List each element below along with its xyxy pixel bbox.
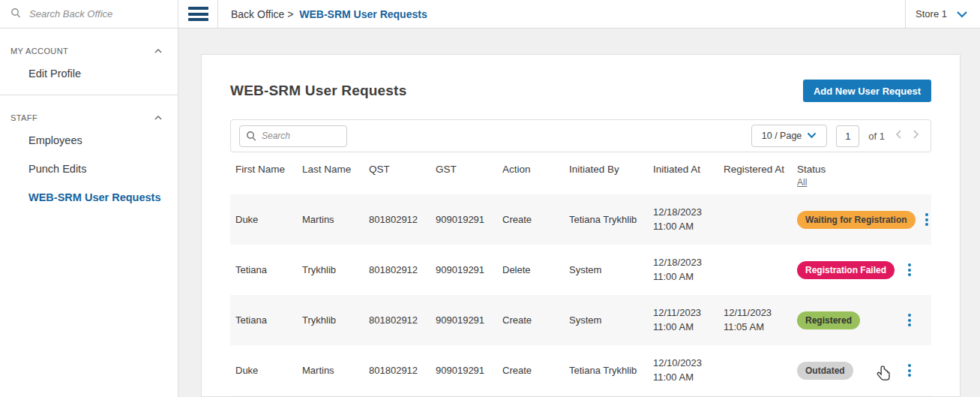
cell-last-name: Martins (297, 365, 364, 376)
store-selector[interactable]: Store 1 (896, 0, 980, 29)
search-icon (10, 8, 21, 21)
breadcrumb-root[interactable]: Back Office > (231, 8, 293, 20)
hamburger-menu-icon[interactable] (188, 7, 208, 21)
sidebar-item-web-srm-user-requests[interactable]: WEB-SRM User Requests (0, 183, 178, 212)
table-row: Duke Martins 801802912 909019291 Create … (230, 345, 931, 395)
next-page-icon[interactable] (913, 129, 919, 143)
cell-first-name: Tetiana (230, 264, 297, 275)
sidebar-section-my-account[interactable]: MY ACCOUNT (0, 43, 178, 59)
sidebar-section-staff[interactable]: STAFF (0, 110, 178, 126)
sidebar: MY ACCOUNT Edit Profile STAFF Employees … (0, 0, 178, 397)
row-actions-kebab-button[interactable] (898, 259, 921, 281)
column-header: GST (430, 164, 497, 175)
sidebar-item-edit-profile[interactable]: Edit Profile (0, 59, 178, 88)
cell-status: Registered (792, 311, 898, 329)
column-header: Action (497, 164, 564, 175)
chevron-up-icon (154, 113, 163, 122)
cell-first-name: Duke (230, 365, 297, 376)
page-size-label: 10 / Page (762, 131, 802, 141)
column-header: Initiated At (648, 164, 718, 175)
cell-last-name: Martins (297, 214, 364, 225)
row-actions-kebab-button[interactable] (916, 209, 938, 231)
web-srm-user-requests-panel: WEB-SRM User Requests Add New User Reque… (201, 54, 961, 397)
column-header: Last Name (297, 164, 364, 175)
cell-initiated-at: 12/18/2023 11:00 AM (648, 206, 718, 234)
column-header: Registered At (718, 164, 792, 175)
cell-gst: 909019291 (430, 314, 497, 326)
status-badge: Outdated (797, 362, 853, 380)
cell-initiated-at: 12/11/2023 11:00 AM (648, 306, 718, 335)
store-selector-label: Store 1 (916, 8, 947, 20)
cell-gst: 909019291 (430, 365, 497, 376)
sidebar-item-employees[interactable]: Employees (0, 126, 178, 155)
cell-initiated-by: Tetiana Trykhlib (564, 365, 648, 376)
cell-first-name: Tetiana (230, 314, 297, 326)
table-search[interactable] (239, 125, 347, 147)
cell-registered-at: 12/11/2023 11:05 AM (718, 306, 792, 335)
cell-initiated-by: System (564, 264, 648, 275)
sidebar-search[interactable] (0, 0, 178, 29)
table-row: Duke Martins 801802912 909019291 Create … (230, 194, 931, 245)
cell-qst: 801802912 (364, 365, 430, 376)
cell-first-name: Duke (230, 214, 297, 225)
add-new-user-request-button[interactable]: Add New User Request (803, 80, 931, 102)
cell-status: Waiting for Registration (792, 211, 916, 229)
topbar-divider (217, 0, 218, 29)
cell-last-name: Trykhlib (297, 314, 364, 326)
cell-last-name: Trykhlib (297, 264, 364, 275)
section-title: MY ACCOUNT (10, 47, 68, 56)
sidebar-item-punch-edits[interactable]: Punch Edits (0, 155, 178, 183)
cell-gst: 909019291 (430, 264, 497, 275)
cell-qst: 801802912 (364, 214, 430, 225)
breadcrumb-current: WEB-SRM User Requests (299, 8, 427, 20)
cell-initiated-by: System (564, 314, 648, 326)
search-icon (246, 131, 256, 144)
row-actions-kebab-button[interactable] (898, 359, 921, 382)
cell-qst: 801802912 (364, 264, 430, 275)
status-filter-all-link[interactable]: All (797, 177, 898, 188)
status-badge: Registration Failed (797, 261, 895, 279)
column-header: QST (364, 164, 430, 175)
page-title: WEB-SRM User Requests (230, 83, 406, 99)
cell-action: Create (497, 365, 564, 376)
cell-initiated-at: 12/10/2023 11:00 AM (648, 356, 718, 385)
cell-status: Registration Failed (792, 261, 898, 279)
table-row: Tetiana Trykhlib 801802912 909019291 Del… (230, 245, 931, 295)
cell-status: Outdated (792, 362, 898, 380)
status-header-label: Status (797, 164, 826, 175)
sidebar-divider (0, 95, 178, 95)
column-header: First Name (230, 164, 297, 175)
page-count-label: of 1 (868, 131, 885, 142)
column-header-status: Status All (792, 164, 898, 188)
breadcrumb: Back Office > WEB-SRM User Requests (231, 8, 427, 20)
cell-initiated-by: Tetiana Trykhlib (564, 214, 648, 225)
table-toolbar: 10 / Page of 1 (230, 119, 931, 152)
cell-initiated-at: 12/18/2023 11:00 AM (648, 256, 718, 284)
column-header: Initiated By (564, 164, 648, 175)
previous-page-icon[interactable] (895, 129, 902, 143)
cell-qst: 801802912 (364, 314, 430, 326)
status-badge: Registered (797, 311, 860, 329)
row-actions-kebab-button[interactable] (898, 309, 921, 332)
cell-action: Create (497, 214, 564, 225)
section-title: STAFF (10, 113, 37, 122)
status-badge: Waiting for Registration (797, 211, 916, 229)
chevron-down-icon (807, 131, 817, 141)
sidebar-search-input[interactable] (28, 8, 167, 20)
pagination-controls: 10 / Page of 1 (751, 125, 922, 147)
table-header-row: First Name Last Name QST GST Action Init… (230, 152, 931, 194)
card-header: WEB-SRM User Requests Add New User Reque… (230, 80, 931, 102)
chevron-up-icon (154, 47, 163, 56)
topbar-divider (905, 0, 906, 29)
cell-gst: 909019291 (430, 214, 497, 225)
cell-action: Create (497, 314, 564, 326)
cell-action: Delete (497, 264, 564, 275)
chevron-down-icon[interactable] (956, 11, 968, 18)
page-nav (895, 129, 919, 143)
page-size-dropdown[interactable]: 10 / Page (751, 125, 828, 147)
table-row: Tetiana Trykhlib 801802912 909019291 Cre… (230, 295, 931, 345)
page-number-input[interactable] (836, 125, 859, 147)
topbar: Back Office > WEB-SRM User Requests Stor… (178, 0, 980, 29)
